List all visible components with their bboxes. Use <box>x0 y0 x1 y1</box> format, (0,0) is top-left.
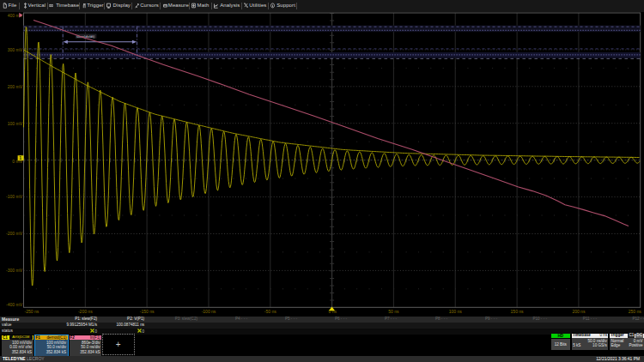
svg-text:300 mV: 300 mV <box>8 47 23 52</box>
svg-text:100 mV: 100 mV <box>8 121 23 126</box>
svg-text:-400 mV: -400 mV <box>6 302 23 307</box>
svg-text:-200 mV: -200 mV <box>6 231 23 236</box>
svg-text:250 ns: 250 ns <box>629 309 642 314</box>
svg-text:1: 1 <box>19 155 21 160</box>
svg-text:100 ns: 100 ns <box>449 309 463 314</box>
svg-text:-50 ns: -50 ns <box>264 309 276 314</box>
svg-text:150 ns: 150 ns <box>511 309 525 314</box>
svg-text:200 mV: 200 mV <box>8 84 23 89</box>
svg-text:-300 mV: -300 mV <box>6 268 23 273</box>
svg-text:50 ns: 50 ns <box>388 309 399 314</box>
svg-text:-100 mV: -100 mV <box>6 194 23 199</box>
svg-text:-100 ns: -100 ns <box>202 309 216 314</box>
svg-text:-150 ns: -150 ns <box>140 309 155 314</box>
svg-text:200 ns: 200 ns <box>572 309 586 314</box>
svg-text:-250 ns: -250 ns <box>25 309 39 314</box>
svg-text:-200 ns: -200 ns <box>78 309 93 314</box>
